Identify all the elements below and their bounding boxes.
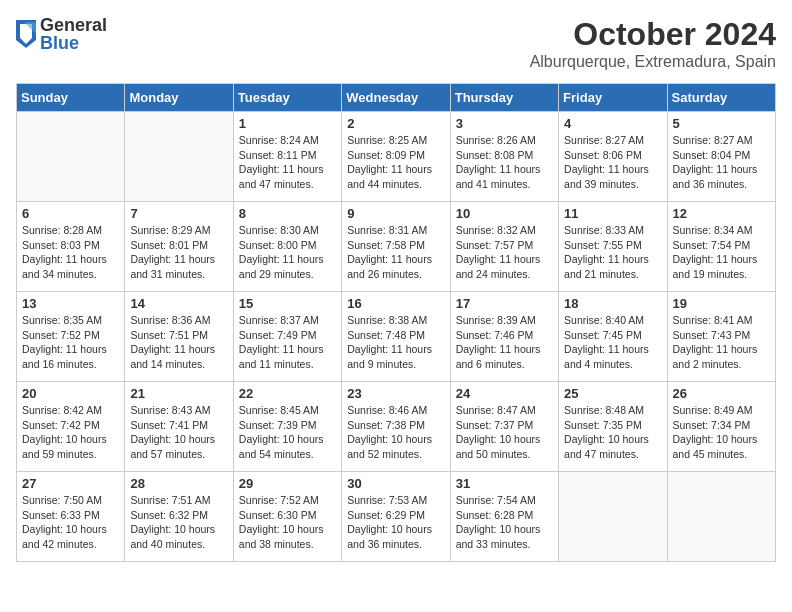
day-info: Sunrise: 8:39 AMSunset: 7:46 PMDaylight:… xyxy=(456,313,553,372)
day-header-thursday: Thursday xyxy=(450,84,558,112)
day-number: 31 xyxy=(456,476,553,491)
day-info: Sunrise: 8:25 AMSunset: 8:09 PMDaylight:… xyxy=(347,133,444,192)
calendar-cell: 27Sunrise: 7:50 AMSunset: 6:33 PMDayligh… xyxy=(17,472,125,562)
day-info: Sunrise: 8:38 AMSunset: 7:48 PMDaylight:… xyxy=(347,313,444,372)
day-number: 29 xyxy=(239,476,336,491)
day-number: 13 xyxy=(22,296,119,311)
day-info: Sunrise: 8:30 AMSunset: 8:00 PMDaylight:… xyxy=(239,223,336,282)
logo: General Blue xyxy=(16,16,107,52)
calendar-cell: 3Sunrise: 8:26 AMSunset: 8:08 PMDaylight… xyxy=(450,112,558,202)
calendar-cell: 23Sunrise: 8:46 AMSunset: 7:38 PMDayligh… xyxy=(342,382,450,472)
day-number: 27 xyxy=(22,476,119,491)
calendar-cell: 12Sunrise: 8:34 AMSunset: 7:54 PMDayligh… xyxy=(667,202,775,292)
logo-text: General Blue xyxy=(40,16,107,52)
day-number: 16 xyxy=(347,296,444,311)
day-info: Sunrise: 8:47 AMSunset: 7:37 PMDaylight:… xyxy=(456,403,553,462)
day-number: 10 xyxy=(456,206,553,221)
calendar-cell: 17Sunrise: 8:39 AMSunset: 7:46 PMDayligh… xyxy=(450,292,558,382)
logo-icon xyxy=(16,20,36,48)
calendar-cell: 9Sunrise: 8:31 AMSunset: 7:58 PMDaylight… xyxy=(342,202,450,292)
day-number: 12 xyxy=(673,206,770,221)
day-info: Sunrise: 8:40 AMSunset: 7:45 PMDaylight:… xyxy=(564,313,661,372)
day-number: 19 xyxy=(673,296,770,311)
calendar-cell xyxy=(667,472,775,562)
day-info: Sunrise: 8:27 AMSunset: 8:06 PMDaylight:… xyxy=(564,133,661,192)
day-number: 3 xyxy=(456,116,553,131)
day-header-tuesday: Tuesday xyxy=(233,84,341,112)
day-header-friday: Friday xyxy=(559,84,667,112)
calendar-cell: 14Sunrise: 8:36 AMSunset: 7:51 PMDayligh… xyxy=(125,292,233,382)
day-number: 25 xyxy=(564,386,661,401)
calendar-cell: 18Sunrise: 8:40 AMSunset: 7:45 PMDayligh… xyxy=(559,292,667,382)
calendar-cell: 2Sunrise: 8:25 AMSunset: 8:09 PMDaylight… xyxy=(342,112,450,202)
day-info: Sunrise: 8:41 AMSunset: 7:43 PMDaylight:… xyxy=(673,313,770,372)
calendar-cell: 25Sunrise: 8:48 AMSunset: 7:35 PMDayligh… xyxy=(559,382,667,472)
day-info: Sunrise: 8:28 AMSunset: 8:03 PMDaylight:… xyxy=(22,223,119,282)
day-number: 5 xyxy=(673,116,770,131)
calendar-cell: 29Sunrise: 7:52 AMSunset: 6:30 PMDayligh… xyxy=(233,472,341,562)
day-number: 28 xyxy=(130,476,227,491)
header: General Blue October 2024 Alburquerque, … xyxy=(16,16,776,71)
day-info: Sunrise: 8:27 AMSunset: 8:04 PMDaylight:… xyxy=(673,133,770,192)
day-info: Sunrise: 8:36 AMSunset: 7:51 PMDaylight:… xyxy=(130,313,227,372)
day-number: 26 xyxy=(673,386,770,401)
calendar: SundayMondayTuesdayWednesdayThursdayFrid… xyxy=(16,83,776,562)
calendar-cell: 10Sunrise: 8:32 AMSunset: 7:57 PMDayligh… xyxy=(450,202,558,292)
calendar-cell: 21Sunrise: 8:43 AMSunset: 7:41 PMDayligh… xyxy=(125,382,233,472)
day-number: 22 xyxy=(239,386,336,401)
day-info: Sunrise: 8:29 AMSunset: 8:01 PMDaylight:… xyxy=(130,223,227,282)
month-title: October 2024 xyxy=(530,16,776,53)
day-number: 15 xyxy=(239,296,336,311)
day-number: 23 xyxy=(347,386,444,401)
calendar-cell: 15Sunrise: 8:37 AMSunset: 7:49 PMDayligh… xyxy=(233,292,341,382)
calendar-cell: 16Sunrise: 8:38 AMSunset: 7:48 PMDayligh… xyxy=(342,292,450,382)
calendar-cell: 7Sunrise: 8:29 AMSunset: 8:01 PMDaylight… xyxy=(125,202,233,292)
day-info: Sunrise: 8:46 AMSunset: 7:38 PMDaylight:… xyxy=(347,403,444,462)
day-number: 6 xyxy=(22,206,119,221)
day-info: Sunrise: 8:24 AMSunset: 8:11 PMDaylight:… xyxy=(239,133,336,192)
calendar-cell: 5Sunrise: 8:27 AMSunset: 8:04 PMDaylight… xyxy=(667,112,775,202)
day-info: Sunrise: 8:34 AMSunset: 7:54 PMDaylight:… xyxy=(673,223,770,282)
day-number: 9 xyxy=(347,206,444,221)
day-info: Sunrise: 7:50 AMSunset: 6:33 PMDaylight:… xyxy=(22,493,119,552)
day-number: 7 xyxy=(130,206,227,221)
week-row-4: 20Sunrise: 8:42 AMSunset: 7:42 PMDayligh… xyxy=(17,382,776,472)
day-info: Sunrise: 7:52 AMSunset: 6:30 PMDaylight:… xyxy=(239,493,336,552)
day-info: Sunrise: 8:26 AMSunset: 8:08 PMDaylight:… xyxy=(456,133,553,192)
day-info: Sunrise: 8:31 AMSunset: 7:58 PMDaylight:… xyxy=(347,223,444,282)
day-number: 8 xyxy=(239,206,336,221)
logo-blue: Blue xyxy=(40,34,107,52)
day-number: 4 xyxy=(564,116,661,131)
logo-general: General xyxy=(40,16,107,34)
day-number: 18 xyxy=(564,296,661,311)
day-info: Sunrise: 8:37 AMSunset: 7:49 PMDaylight:… xyxy=(239,313,336,372)
calendar-cell: 11Sunrise: 8:33 AMSunset: 7:55 PMDayligh… xyxy=(559,202,667,292)
calendar-cell: 26Sunrise: 8:49 AMSunset: 7:34 PMDayligh… xyxy=(667,382,775,472)
week-row-2: 6Sunrise: 8:28 AMSunset: 8:03 PMDaylight… xyxy=(17,202,776,292)
days-header-row: SundayMondayTuesdayWednesdayThursdayFrid… xyxy=(17,84,776,112)
day-number: 11 xyxy=(564,206,661,221)
location-title: Alburquerque, Extremadura, Spain xyxy=(530,53,776,71)
day-header-sunday: Sunday xyxy=(17,84,125,112)
week-row-5: 27Sunrise: 7:50 AMSunset: 6:33 PMDayligh… xyxy=(17,472,776,562)
calendar-cell: 28Sunrise: 7:51 AMSunset: 6:32 PMDayligh… xyxy=(125,472,233,562)
calendar-cell: 31Sunrise: 7:54 AMSunset: 6:28 PMDayligh… xyxy=(450,472,558,562)
day-info: Sunrise: 8:48 AMSunset: 7:35 PMDaylight:… xyxy=(564,403,661,462)
calendar-cell: 22Sunrise: 8:45 AMSunset: 7:39 PMDayligh… xyxy=(233,382,341,472)
calendar-cell: 30Sunrise: 7:53 AMSunset: 6:29 PMDayligh… xyxy=(342,472,450,562)
day-number: 14 xyxy=(130,296,227,311)
day-info: Sunrise: 7:51 AMSunset: 6:32 PMDaylight:… xyxy=(130,493,227,552)
calendar-cell xyxy=(17,112,125,202)
week-row-3: 13Sunrise: 8:35 AMSunset: 7:52 PMDayligh… xyxy=(17,292,776,382)
day-number: 24 xyxy=(456,386,553,401)
day-info: Sunrise: 8:35 AMSunset: 7:52 PMDaylight:… xyxy=(22,313,119,372)
calendar-cell xyxy=(125,112,233,202)
day-number: 1 xyxy=(239,116,336,131)
day-number: 21 xyxy=(130,386,227,401)
calendar-cell: 6Sunrise: 8:28 AMSunset: 8:03 PMDaylight… xyxy=(17,202,125,292)
calendar-cell: 20Sunrise: 8:42 AMSunset: 7:42 PMDayligh… xyxy=(17,382,125,472)
day-info: Sunrise: 7:54 AMSunset: 6:28 PMDaylight:… xyxy=(456,493,553,552)
day-header-monday: Monday xyxy=(125,84,233,112)
calendar-cell: 13Sunrise: 8:35 AMSunset: 7:52 PMDayligh… xyxy=(17,292,125,382)
calendar-cell: 24Sunrise: 8:47 AMSunset: 7:37 PMDayligh… xyxy=(450,382,558,472)
